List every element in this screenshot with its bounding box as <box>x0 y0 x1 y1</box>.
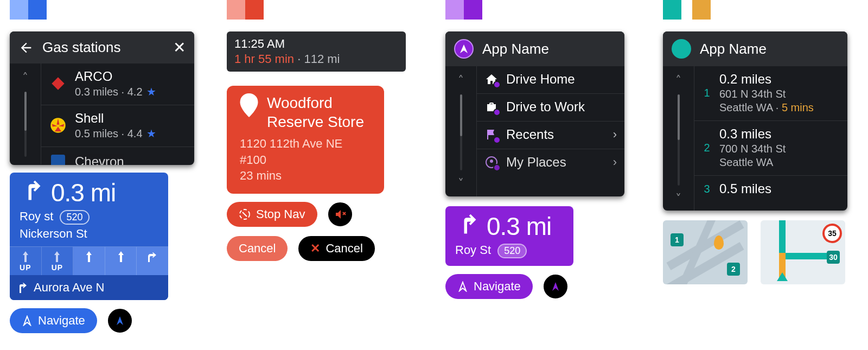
svg-rect-2 <box>51 155 65 165</box>
theme-bar-red <box>227 0 406 20</box>
route-badge: 520 <box>497 244 527 258</box>
stop-nav-button[interactable]: Stop Nav <box>227 202 317 227</box>
scrollbar[interactable]: ˄ ˅ <box>445 66 477 196</box>
result-name: Chevron <box>75 154 124 165</box>
lane-right-icon <box>146 251 158 262</box>
scroll-down-icon[interactable]: ˅ <box>458 174 464 194</box>
app-icon <box>672 39 691 59</box>
nav-arrow-icon <box>550 281 561 292</box>
nav-card: 0.3 mi Roy St 520 <box>445 206 573 266</box>
map-preview[interactable]: 1 2 <box>663 220 748 284</box>
scroll-up-icon[interactable]: ˄ <box>675 71 681 91</box>
menu-item-home[interactable]: Drive Home <box>477 66 624 94</box>
lane-straight-icon <box>84 251 94 262</box>
recenter-button[interactable] <box>107 308 133 334</box>
distance-list-card: App Name ˄ ˅ 1 0.2 miles 601 N 34th St S… <box>663 31 847 211</box>
nav-street-line: Roy st 520 <box>20 209 158 225</box>
turn-right-icon <box>455 213 479 240</box>
distance-row[interactable]: 3 0.5 miles <box>694 176 847 203</box>
menu-item-recents[interactable]: Recents › <box>477 122 624 149</box>
nav-card: 0.3 mi Roy st 520 Nickerson St UP UP Aur… <box>10 173 168 300</box>
map-pin: 1 <box>671 233 684 246</box>
scroll-up-icon[interactable]: ˄ <box>22 68 28 88</box>
close-icon[interactable]: ✕ <box>173 40 186 55</box>
map-preview[interactable]: 35 30 <box>761 220 845 284</box>
search-title: Gas stations <box>42 39 164 56</box>
search-results-card: Gas stations ✕ ˄ ARCO 0.3 miles · 4.2 ★ <box>10 31 194 165</box>
lane-straight-icon <box>116 251 126 262</box>
cancel-outline-button[interactable]: ✕ Cancel <box>297 235 375 262</box>
destination-card[interactable]: Woodford Reserve Store 1120 112th Ave NE… <box>227 86 384 194</box>
nav-distance: 0.3 mi <box>487 212 551 241</box>
stop-nav-icon <box>239 208 251 220</box>
destination-address: 1120 112th Ave NE #100 23 mins <box>240 136 371 184</box>
theme-bar-blue <box>10 0 194 20</box>
result-meta: 0.5 miles · 4.4 ★ <box>75 127 156 140</box>
theme-bar-teal <box>663 0 847 20</box>
chevron-right-icon: › <box>613 128 617 142</box>
map-pin: 2 <box>727 263 740 276</box>
trip-eta: 1 hr 55 min · 112 mi <box>234 52 398 66</box>
nav-arrow-icon <box>22 315 33 326</box>
result-row[interactable]: Shell 0.5 miles · 4.4 ★ <box>41 105 194 147</box>
brand-icon-chevron <box>49 152 67 165</box>
location-pin-icon <box>240 93 258 120</box>
recenter-button[interactable] <box>542 273 569 300</box>
app-list-card: App Name ˄ ˅ Drive Home Dri <box>445 31 624 196</box>
map-pin: 30 <box>827 251 840 264</box>
turn-right-icon <box>20 179 43 206</box>
scrollbar[interactable]: ˄ ˅ <box>663 66 694 211</box>
distance-row[interactable]: 2 0.3 miles 700 N 34th St Seattle WA <box>694 121 847 176</box>
app-title: App Name <box>482 41 616 58</box>
theme-bar-purple <box>445 0 624 20</box>
result-row[interactable]: ARCO 0.3 miles · 4.2 ★ <box>41 63 194 105</box>
current-location-icon <box>777 272 788 281</box>
nav-street-line: Nickerson St <box>20 227 158 241</box>
mute-button[interactable] <box>327 201 353 227</box>
star-icon: ★ <box>144 128 157 139</box>
chevron-right-icon: › <box>613 155 617 169</box>
cancel-button[interactable]: Cancel <box>227 236 288 261</box>
svg-rect-4 <box>487 130 488 139</box>
result-meta: 0.3 miles · 4.2 ★ <box>75 85 156 98</box>
lane-guidance: UP UP <box>10 246 168 275</box>
lane-straight-icon <box>52 251 62 262</box>
nav-arrow-icon <box>459 44 469 54</box>
navigate-button[interactable]: Navigate <box>10 308 97 333</box>
distance-row[interactable]: 1 0.2 miles 601 N 34th St Seattle WA · 5… <box>694 66 847 121</box>
result-row[interactable]: Chevron <box>41 147 194 165</box>
scroll-down-icon[interactable]: ˅ <box>675 189 681 209</box>
map-marker-icon <box>714 236 724 250</box>
turn-right-small-icon <box>17 282 28 293</box>
menu-item-work[interactable]: Drive to Work <box>477 94 624 122</box>
scrollbar[interactable]: ˄ <box>10 63 41 164</box>
svg-point-6 <box>490 160 493 163</box>
nav-arrow-icon <box>457 281 468 292</box>
scroll-up-icon[interactable]: ˄ <box>458 71 464 91</box>
trip-time: 11:25 AM <box>234 37 398 51</box>
lane-straight-icon <box>21 251 30 262</box>
mute-icon <box>334 208 347 221</box>
navigate-button[interactable]: Navigate <box>445 274 533 299</box>
brand-icon-shell <box>49 116 67 135</box>
nav-arrow-icon <box>114 315 125 326</box>
route-badge: 520 <box>60 210 89 225</box>
speed-limit-sign: 35 <box>822 224 842 243</box>
destination-name: Woodford Reserve Store <box>267 93 364 131</box>
nav-distance: 0.3 mi <box>51 178 116 207</box>
menu-item-places[interactable]: My Places › <box>477 149 624 176</box>
result-name: ARCO <box>75 69 156 84</box>
app-title: App Name <box>700 41 839 58</box>
nav-street-line: Roy St 520 <box>455 243 564 258</box>
svg-marker-0 <box>52 77 64 90</box>
result-name: Shell <box>75 111 156 126</box>
next-step: Aurora Ave N <box>10 275 168 300</box>
brand-icon-arco <box>49 74 67 93</box>
back-arrow-icon[interactable] <box>18 40 34 55</box>
trip-summary: 11:25 AM 1 hr 55 min · 112 mi <box>227 31 406 72</box>
close-icon: ✕ <box>310 241 320 256</box>
star-icon: ★ <box>144 86 157 98</box>
app-icon <box>454 39 474 59</box>
